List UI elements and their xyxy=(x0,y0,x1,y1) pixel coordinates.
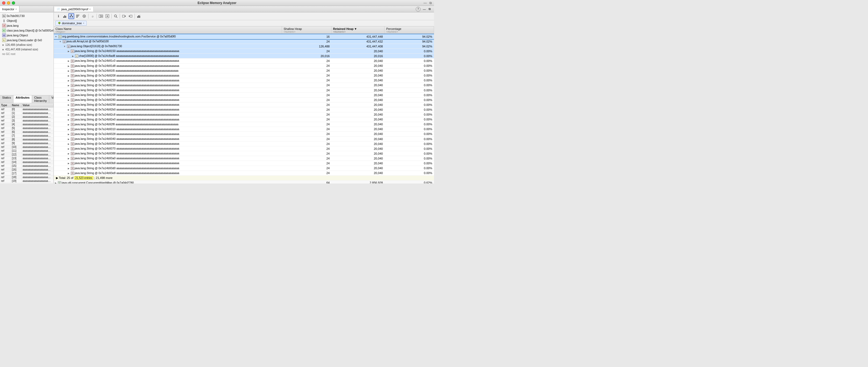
table-row[interactable]: ▶ Sjava.lang.String @ 0x7a14b9388 aaaaaa… xyxy=(54,151,434,156)
toolbar-dominator-btn[interactable] xyxy=(68,13,74,19)
table-row[interactable]: ▼ []java.util.ArrayList @ 0x7a0f3d100 24… xyxy=(54,39,434,44)
col-retained-filter[interactable]: <Numeric> xyxy=(333,30,383,33)
title-minimize-icon[interactable]: — xyxy=(424,1,427,5)
col-percentage[interactable]: Percentage <Numeric> xyxy=(384,26,434,34)
table-row[interactable]: ▶ Sjava.lang.String @ 0x7a14b9250 aaaaaa… xyxy=(54,88,434,93)
obj-java-lang[interactable]: J java.lang xyxy=(0,23,54,28)
toolbar-chart-btn[interactable] xyxy=(136,13,142,19)
col-shallow-heap[interactable]: Shallow Heap <Numeric> xyxy=(282,26,332,34)
expand-icon[interactable]: ▼ xyxy=(59,40,61,43)
dom-tree-tab[interactable]: 🌳 dominator_tree × xyxy=(55,21,87,26)
table-row[interactable]: ▶ Sjava.lang.String @ 0x7a14b91c0 aaaaaa… xyxy=(54,58,434,63)
expand-icon[interactable]: ▶ xyxy=(72,55,74,57)
help-button[interactable]: ? xyxy=(416,7,421,11)
minimize-button[interactable] xyxy=(7,1,10,5)
table-row[interactable]: ▶ Sjava.lang.String @ 0x7a14b9150 aaaaaa… xyxy=(54,49,434,54)
table-row[interactable]: ▶ Sjava.lang.String @ 0x7a14b9358 aaaaaa… xyxy=(54,141,434,146)
table-row[interactable]: ▶ Sjava.lang.String @ 0x7a14b9238 aaaaaa… xyxy=(54,83,434,88)
col-pct-filter[interactable]: <Numeric> xyxy=(386,30,432,33)
col-shallow-filter[interactable]: <Numeric> xyxy=(284,30,330,33)
expand-icon[interactable]: ▶ xyxy=(68,172,69,175)
close-button[interactable] xyxy=(2,1,5,5)
expand-icon[interactable]: ▼ xyxy=(63,45,66,48)
file-tab[interactable]: 📄 java_pid29569.hprof × xyxy=(54,7,94,11)
toolbar-calc-btn[interactable] xyxy=(104,13,110,19)
inspector-tab-close[interactable]: × xyxy=(16,8,17,10)
expand-icon[interactable]: ▶ xyxy=(68,75,69,77)
expand-icon[interactable]: ▶ xyxy=(68,143,69,145)
toolbar-leak-btn[interactable] xyxy=(81,13,87,19)
obj-class-def[interactable]: C class java.lang.Object[] @ 0x7a000f1e8 xyxy=(0,28,54,33)
table-row[interactable]: ▶ Sjava.lang.String @ 0x7a14b9328 aaaaaa… xyxy=(54,132,434,136)
expand-icon[interactable]: ▶ xyxy=(68,60,69,62)
expand-icon[interactable]: ▶ xyxy=(68,109,69,111)
expand-icon[interactable]: ▶ xyxy=(68,128,69,131)
obj-classloader[interactable]: L java.lang.ClassLoader @ 0x0 xyxy=(0,38,54,43)
table-row[interactable]: ▶ Sjava.lang.String @ 0x7a14b92e0 aaaaaa… xyxy=(54,117,434,122)
expand-icon[interactable]: ▶ xyxy=(68,50,69,53)
toolbar-search-btn[interactable]: ⌕ xyxy=(90,13,95,19)
toolbar-group-btn[interactable] xyxy=(98,13,104,19)
expand-icon[interactable]: ▶ xyxy=(68,114,69,116)
expand-icon[interactable]: ▶ xyxy=(68,162,69,165)
expand-icon[interactable]: ▶ xyxy=(68,123,69,126)
tab-attributes[interactable]: Attributes xyxy=(13,95,32,103)
inspector-tab[interactable]: Inspector × xyxy=(0,6,19,12)
table-row[interactable]: ▶ Cjava.util.concurrent.ConcurrentHashMa… xyxy=(54,180,434,184)
expand-icon[interactable]: ▶ xyxy=(68,80,69,82)
obj-java-object[interactable]: O java.lang.Object xyxy=(0,33,54,38)
expand-icon[interactable]: ▶ xyxy=(68,65,69,67)
tab-statics[interactable]: Statics xyxy=(0,95,13,103)
table-row[interactable]: ▶ Sjava.lang.String @ 0x7a14b9370 aaaaaa… xyxy=(54,146,434,151)
expand-icon[interactable]: ▶ xyxy=(68,167,69,170)
expand-icon[interactable]: ▶ xyxy=(68,94,69,96)
expand-icon[interactable]: ▶ xyxy=(68,70,69,72)
table-row[interactable]: ▶ Sjava.lang.String @ 0x7a14b93d0 aaaaaa… xyxy=(54,166,434,171)
table-row[interactable]: ▶ Sjava.lang.String @ 0x7a14b9310 aaaaaa… xyxy=(54,126,434,132)
dom-tree-tab-close[interactable]: × xyxy=(83,22,84,25)
tab-value[interactable]: Value xyxy=(49,95,54,103)
toolbar-find-btn[interactable] xyxy=(113,13,119,19)
expand-icon[interactable]: ▶ xyxy=(68,152,69,155)
table-row[interactable]: ▶ Sjava.lang.String @ 0x7a14b93e8 aaaaaa… xyxy=(54,171,434,175)
expand-icon[interactable]: ▶ xyxy=(68,104,69,106)
table-row[interactable]: ▶ Sjava.lang.String @ 0x7a14b92c8 aaaaaa… xyxy=(54,112,434,117)
toolbar-export1-btn[interactable] xyxy=(121,13,127,19)
expand-icon[interactable]: ▼ xyxy=(55,35,57,38)
col-class-name[interactable]: Class Name <Regex> xyxy=(54,26,282,34)
obj-hex[interactable]: 0x 0x7bb091730 xyxy=(0,13,54,18)
right-maximize[interactable]: ⧉ xyxy=(427,6,432,12)
toolbar-histogram-btn[interactable] xyxy=(62,13,68,19)
col-class-name-filter[interactable]: <Regex> xyxy=(55,30,280,33)
toolbar-overview-btn[interactable]: ℹ xyxy=(55,13,61,19)
table-row[interactable]: ▶ Sjava.lang.String @ 0x7a14b9340 aaaaaa… xyxy=(54,136,434,141)
toolbar-export2-btn[interactable] xyxy=(127,13,133,19)
table-row[interactable]: ▶ Sjava.lang.String @ 0x7a14b93a0 aaaaaa… xyxy=(54,156,434,161)
table-row[interactable]: ▶ Sjava.lang.String @ 0x7a14b91d8 aaaaaa… xyxy=(54,63,434,68)
expand-icon[interactable]: ▶ xyxy=(68,133,69,136)
table-row[interactable]: ▼ []java.lang.Object[31618] @ 0x7bb09173… xyxy=(54,44,434,49)
obj-object-array[interactable]: [] Object[] xyxy=(0,18,54,23)
table-row[interactable]: ▶ Sjava.lang.String @ 0x7a14b91f0 aaaaaa… xyxy=(54,68,434,73)
expand-icon[interactable]: ▶ xyxy=(68,99,69,101)
expand-icon[interactable]: ▶ xyxy=(68,138,69,140)
table-row[interactable]: ▼ Corg.geekbang.time.commonmistakes.trou… xyxy=(54,34,434,39)
title-restore-icon[interactable]: ⧉ xyxy=(429,1,432,5)
table-row[interactable]: ▶ Sjava.lang.String @ 0x7a14b9208 aaaaaa… xyxy=(54,73,434,78)
table-row[interactable]: ▶ cchar[10000] @ 0x7a14c8ad8 aaaaaaaaaaa… xyxy=(54,54,434,58)
table-row[interactable]: ▶ Sjava.lang.String @ 0x7a14b9220 aaaaaa… xyxy=(54,78,434,83)
col-retained-heap[interactable]: Retained Heap ▼ <Numeric> xyxy=(331,26,384,34)
expand-icon[interactable]: ▶ xyxy=(68,84,69,87)
expand-icon[interactable]: ▶ xyxy=(68,89,69,92)
expand-icon[interactable]: ▶ xyxy=(68,148,69,150)
table-row[interactable]: ▶ Sjava.lang.String @ 0x7a14b92b0 aaaaaa… xyxy=(54,107,434,112)
expand-icon[interactable]: ▶ xyxy=(68,118,69,121)
table-row[interactable]: ▶ Sjava.lang.String @ 0x7a14b9298 aaaaaa… xyxy=(54,103,434,107)
expand-icon[interactable]: ▶ xyxy=(68,158,69,160)
table-row[interactable]: ▶ Sjava.lang.String @ 0x7a14b9268 aaaaaa… xyxy=(54,93,434,97)
table-row[interactable]: ▶ Sjava.lang.String @ 0x7a14b9280 aaaaaa… xyxy=(54,97,434,103)
right-minimize[interactable]: — xyxy=(422,6,427,12)
maximize-button[interactable] xyxy=(12,1,15,5)
table-row[interactable]: ▶ Sjava.lang.String @ 0x7a14b92f8 aaaaaa… xyxy=(54,122,434,126)
table-row[interactable]: ▶ Sjava.lang.String @ 0x7a14b93b8 aaaaaa… xyxy=(54,161,434,166)
